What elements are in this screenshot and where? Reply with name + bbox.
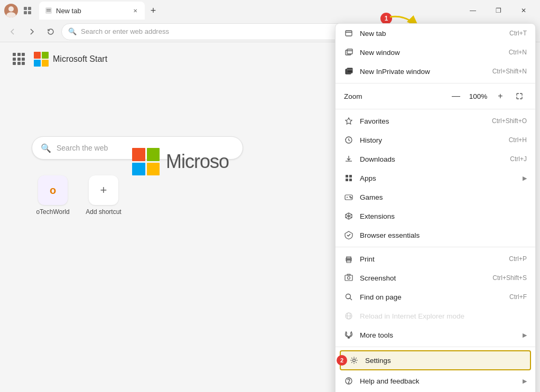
menu-new-window[interactable]: New window Ctrl+N (336, 43, 535, 62)
svg-point-49 (353, 359, 356, 362)
menu-help-feedback[interactable]: Help and feedback ▶ (336, 371, 535, 390)
svg-point-37 (350, 197, 351, 198)
divider-2 (336, 109, 535, 109)
svg-rect-30 (346, 175, 348, 178)
browser-essentials-label: Browser essentials (360, 231, 527, 239)
extensions-label: Extensions (360, 212, 527, 220)
menu-find-on-page[interactable]: Find on page Ctrl+F (336, 287, 535, 306)
back-button[interactable] (4, 23, 21, 40)
new-tab-button[interactable]: + (146, 3, 161, 18)
shortcuts-row: o oTechWorld + Add shortcut (32, 175, 125, 216)
favorites-shortcut: Ctrl+Shift+O (492, 117, 527, 125)
profile-avatar[interactable] (4, 4, 18, 17)
menu-browser-essentials[interactable]: Browser essentials (336, 226, 535, 245)
svg-marker-28 (346, 118, 352, 124)
zoom-value: 100% (468, 92, 489, 100)
search-box-icon: 🔍 (41, 143, 51, 153)
screenshot-label: Screenshot (360, 274, 486, 282)
history-icon (344, 135, 353, 145)
zoom-label: Zoom (344, 92, 444, 100)
history-shortcut: Ctrl+H (509, 136, 527, 144)
svg-rect-33 (349, 179, 352, 181)
inprivate-icon (344, 67, 353, 76)
active-tab[interactable]: New tab ✕ (39, 2, 145, 20)
menu-games[interactable]: Games (336, 188, 535, 207)
plus-icon: + (100, 183, 107, 197)
find-on-page-shortcut: Ctrl+F (509, 293, 527, 301)
svg-point-45 (346, 294, 351, 299)
close-button[interactable]: ✕ (511, 2, 536, 19)
menu-new-inprivate[interactable]: New InPrivate window Ctrl+Shift+N (336, 62, 535, 81)
svg-rect-23 (346, 31, 352, 36)
svg-rect-4 (24, 11, 27, 14)
zoom-expand-button[interactable] (512, 89, 527, 104)
search-box-placeholder: Search the web (57, 144, 108, 152)
svg-rect-3 (28, 7, 31, 10)
print-shortcut: Ctrl+P (509, 255, 527, 263)
apps-label: Apps (360, 174, 516, 182)
help-arrow: ▶ (523, 378, 527, 385)
minimize-button[interactable]: — (461, 2, 485, 19)
menu-more-tools[interactable]: More tools ▶ (336, 325, 535, 344)
more-tools-icon (344, 330, 353, 340)
context-menu: New tab Ctrl+T New window Ctrl+N (335, 23, 536, 392)
help-feedback-label: Help and feedback (360, 377, 516, 385)
zoom-out-button[interactable]: — (449, 89, 463, 104)
add-shortcut-icon-btn[interactable]: + (89, 175, 118, 205)
menu-extensions[interactable]: Extensions (336, 207, 535, 226)
forward-button[interactable] (23, 23, 40, 40)
svg-rect-27 (347, 68, 352, 73)
settings-icon (349, 356, 359, 365)
downloads-shortcut: Ctrl+J (510, 155, 527, 163)
menu-new-tab[interactable]: New tab Ctrl+T (336, 24, 535, 43)
zoom-row: Zoom — 100% + (336, 86, 535, 107)
svg-point-1 (6, 12, 16, 17)
favorites-label: Favorites (360, 117, 486, 125)
more-tools-label: More tools (360, 331, 516, 339)
ms-big-text: Microso (166, 151, 229, 173)
new-inprivate-shortcut: Ctrl+Shift+N (492, 68, 527, 75)
ie-icon (344, 311, 353, 321)
downloads-label: Downloads (360, 155, 504, 163)
shortcut-otech[interactable]: o oTechWorld (32, 175, 74, 216)
svg-rect-42 (345, 275, 352, 281)
menu-downloads[interactable]: Downloads Ctrl+J (336, 150, 535, 169)
menu-screenshot[interactable]: Screenshot Ctrl+Shift+S (336, 268, 535, 287)
zoom-in-button[interactable]: + (493, 89, 508, 104)
menu-settings[interactable]: Settings (340, 350, 531, 370)
svg-rect-25 (347, 49, 352, 54)
svg-point-0 (8, 6, 14, 12)
svg-point-38 (351, 198, 352, 199)
new-tab-shortcut: Ctrl+T (509, 30, 527, 37)
new-tab-label: New tab (360, 30, 503, 38)
games-label: Games (360, 193, 527, 201)
divider-3 (336, 247, 535, 247)
svg-rect-8 (46, 11, 51, 12)
tab-group-button[interactable] (20, 3, 35, 18)
add-shortcut-label: Add shortcut (86, 208, 121, 216)
tab-close-button[interactable]: ✕ (131, 6, 139, 15)
tab-title: New tab (56, 7, 128, 15)
otech-icon[interactable]: o (38, 175, 68, 205)
find-on-page-label: Find on page (360, 293, 503, 301)
search-icon: 🔍 (68, 27, 77, 35)
menu-history[interactable]: History Ctrl+H (336, 130, 535, 150)
print-label: Print (360, 255, 502, 263)
apps-grid-icon[interactable] (11, 51, 27, 68)
new-tab-icon (344, 29, 353, 38)
shortcut-add[interactable]: + Add shortcut (82, 175, 125, 216)
new-window-icon (344, 48, 353, 57)
maximize-button[interactable]: ❐ (486, 2, 510, 19)
ms-logo-small (34, 52, 49, 67)
divider-1 (336, 83, 535, 83)
refresh-button[interactable] (42, 23, 59, 40)
svg-rect-5 (28, 11, 31, 14)
menu-apps[interactable]: Apps ▶ (336, 169, 535, 188)
menu-favorites[interactable]: Favorites Ctrl+Shift+O (336, 111, 535, 130)
menu-print[interactable]: Print Ctrl+P (336, 249, 535, 268)
ms-start-title: Microsoft Start (53, 54, 107, 64)
history-label: History (360, 136, 502, 144)
reload-ie-label: Reload in Internet Explorer mode (360, 312, 527, 320)
favorites-icon (344, 116, 353, 126)
new-window-shortcut: Ctrl+N (509, 49, 527, 56)
